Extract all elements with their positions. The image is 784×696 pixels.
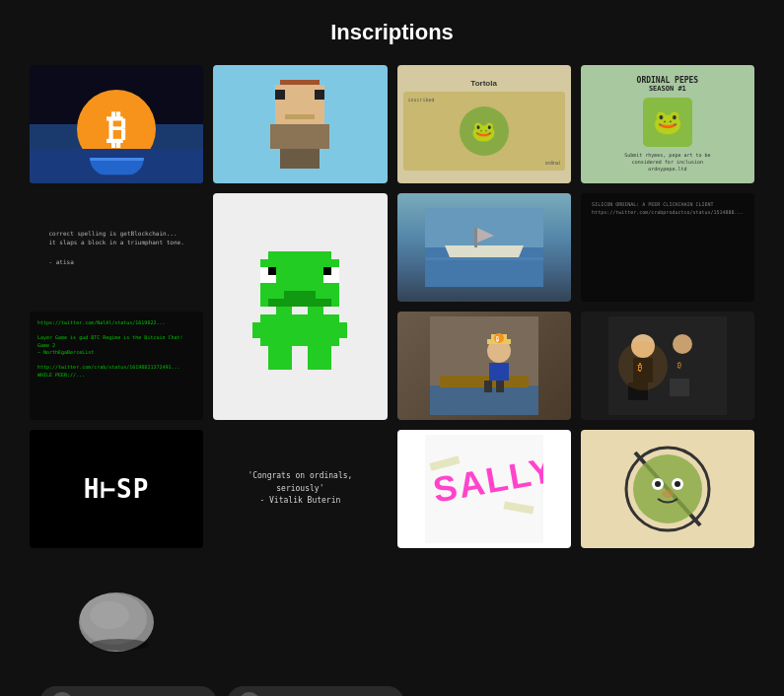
svg-rect-47 bbox=[673, 354, 692, 379]
pepe-sticker-cell[interactable] bbox=[581, 430, 754, 548]
svg-point-46 bbox=[673, 334, 692, 354]
movie-scene-cell[interactable]: ₿ ₿ bbox=[581, 312, 754, 420]
vitalik-quote-cell[interactable]: 'Congrats on ordinals, seriously'- Vital… bbox=[213, 430, 387, 548]
rock-svg bbox=[72, 578, 161, 657]
boat-photo-cell[interactable] bbox=[397, 193, 571, 302]
crypto-punk-cell[interactable] bbox=[213, 65, 387, 183]
svg-text:₿: ₿ bbox=[677, 361, 681, 370]
svg-point-69 bbox=[90, 601, 129, 629]
svg-rect-5 bbox=[285, 114, 315, 119]
quote1-cell[interactable]: correct spelling is getBlockchain...it s… bbox=[30, 193, 203, 302]
svg-point-52 bbox=[618, 341, 668, 390]
svg-rect-22 bbox=[308, 346, 331, 370]
svg-rect-23 bbox=[284, 291, 316, 299]
ordinal-title: ORDINAL PEPES bbox=[637, 76, 699, 85]
pixel-char-cell[interactable] bbox=[213, 193, 387, 420]
bitcoin-boat-cell[interactable]: ₿ bbox=[30, 65, 203, 183]
pepe-sticker-svg bbox=[623, 435, 712, 543]
svg-marker-26 bbox=[445, 245, 524, 257]
tortola-title: Tortola bbox=[470, 79, 497, 88]
person-photo-cell[interactable]: ₿ bbox=[397, 312, 571, 420]
terminal-cell[interactable]: https://twitter.com/NalAl/status/1619022… bbox=[30, 312, 203, 420]
audio-players-row: 0:00 🔊 ⋮ 0:00 🔊 ⋮ bbox=[30, 686, 754, 696]
svg-rect-7 bbox=[270, 124, 329, 149]
svg-rect-35 bbox=[484, 381, 492, 392]
svg-rect-49 bbox=[679, 379, 689, 396]
quote1-text: correct spelling is getBlockchain...it s… bbox=[48, 229, 183, 266]
svg-rect-16 bbox=[276, 307, 292, 314]
svg-rect-19 bbox=[252, 322, 268, 338]
tortola-subtext: inscribed bbox=[408, 97, 435, 103]
play-button-2[interactable] bbox=[239, 692, 260, 696]
svg-rect-2 bbox=[275, 90, 285, 100]
svg-point-63 bbox=[655, 481, 661, 487]
audio-player-1: 0:00 🔊 ⋮ bbox=[39, 686, 217, 696]
pixel-char-svg bbox=[237, 244, 363, 370]
long-text1: SILICON ORDINAL: A PEER CLICKCHAIN CLIEN… bbox=[592, 201, 744, 224]
hfsp-cell[interactable]: H⊢SP bbox=[30, 430, 203, 548]
svg-point-64 bbox=[675, 481, 680, 487]
svg-rect-18 bbox=[260, 314, 339, 346]
tortola-cell[interactable]: Tortola inscribed 🐸 ordinal bbox=[397, 65, 571, 183]
graffiti-cell[interactable]: SALLY bbox=[397, 430, 571, 548]
svg-rect-12 bbox=[268, 267, 276, 275]
svg-rect-15 bbox=[268, 299, 331, 307]
svg-rect-36 bbox=[496, 381, 504, 392]
svg-rect-27 bbox=[474, 228, 477, 247]
play-button-1[interactable] bbox=[51, 692, 73, 696]
page-container: Inscriptions ₿ bbox=[0, 0, 784, 696]
person-svg: ₿ bbox=[430, 316, 538, 415]
svg-rect-8 bbox=[280, 149, 320, 169]
svg-point-65 bbox=[662, 490, 674, 498]
long-text1-cell[interactable]: SILICON ORDINAL: A PEER CLICKCHAIN CLIEN… bbox=[581, 193, 754, 302]
svg-rect-20 bbox=[331, 322, 347, 338]
svg-text:₿: ₿ bbox=[495, 336, 499, 342]
inscriptions-grid: ₿ Tortola bbox=[30, 65, 754, 676]
svg-rect-3 bbox=[315, 90, 324, 100]
audio-player-2: 0:00 🔊 ⋮ bbox=[227, 686, 404, 696]
punk-svg bbox=[265, 80, 334, 169]
svg-rect-29 bbox=[425, 257, 543, 260]
ordinal-subtitle: SEASON #1 bbox=[649, 85, 686, 93]
svg-rect-21 bbox=[268, 346, 292, 370]
boat-svg bbox=[425, 208, 543, 287]
svg-rect-34 bbox=[489, 363, 509, 381]
terminal-text: https://twitter.com/NalAl/status/1619022… bbox=[37, 319, 195, 386]
tortola-label: ordinal bbox=[545, 160, 560, 166]
svg-point-60 bbox=[633, 454, 702, 523]
pepe-emoji: 🐸 bbox=[471, 119, 496, 143]
graffiti-svg: SALLY bbox=[425, 435, 543, 543]
ordinal-pepes-cell[interactable]: ORDINAL PEPES SEASON #1 🐸 Submit rhymes,… bbox=[581, 65, 754, 183]
hfsp-logo: H⊢SP bbox=[84, 474, 150, 504]
svg-point-70 bbox=[90, 639, 149, 651]
svg-rect-48 bbox=[670, 379, 679, 396]
movie-svg: ₿ ₿ bbox=[608, 316, 727, 415]
svg-rect-17 bbox=[308, 307, 323, 314]
svg-rect-14 bbox=[323, 267, 331, 275]
ordinal-pepe-icon: 🐸 bbox=[653, 108, 682, 136]
ordinal-desc: Submit rhymes, pepe art to beconsidered … bbox=[624, 152, 710, 173]
vitalik-quote-text: 'Congrats on ordinals, seriously'- Vital… bbox=[223, 470, 377, 508]
page-title: Inscriptions bbox=[30, 20, 754, 45]
rock-cell[interactable] bbox=[30, 558, 203, 676]
svg-rect-0 bbox=[280, 80, 320, 85]
